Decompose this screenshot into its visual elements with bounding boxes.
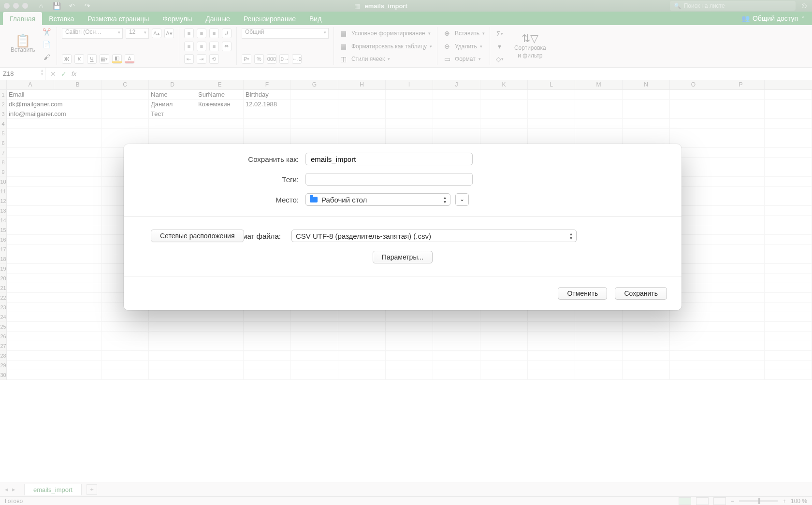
- cell[interactable]: [386, 361, 433, 370]
- col-header[interactable]: J: [433, 80, 480, 89]
- decrease-indent-icon[interactable]: ⇤: [184, 54, 194, 64]
- bold-icon[interactable]: Ж: [62, 54, 72, 64]
- cell[interactable]: [765, 167, 812, 176]
- cell[interactable]: [528, 332, 575, 341]
- cell[interactable]: [7, 206, 102, 215]
- cancel-formula-icon[interactable]: ✕: [50, 70, 56, 78]
- cell[interactable]: [149, 322, 196, 331]
- cell[interactable]: [102, 332, 149, 341]
- cell[interactable]: [623, 100, 670, 109]
- sort-filter-button[interactable]: ⇅▽ Сортировка и фильтр: [511, 32, 549, 61]
- col-header[interactable]: D: [149, 80, 196, 89]
- format-as-table-button[interactable]: Форматировать как таблицу: [351, 43, 427, 50]
- cell[interactable]: [291, 119, 338, 128]
- cell[interactable]: [623, 351, 670, 360]
- cell[interactable]: [765, 148, 812, 157]
- cell[interactable]: [7, 216, 102, 225]
- cell[interactable]: [765, 196, 812, 205]
- cell[interactable]: [717, 119, 765, 128]
- cell[interactable]: [149, 341, 196, 350]
- cell[interactable]: [623, 312, 670, 321]
- cell[interactable]: [196, 322, 244, 331]
- row-header[interactable]: 30: [0, 370, 6, 380]
- cell[interactable]: [717, 370, 765, 379]
- row-header[interactable]: 19: [0, 264, 6, 274]
- cell[interactable]: [291, 100, 338, 109]
- cell[interactable]: [7, 167, 102, 176]
- cell[interactable]: [623, 341, 670, 350]
- cell[interactable]: [7, 312, 102, 321]
- cell[interactable]: [338, 370, 386, 379]
- cell[interactable]: [528, 341, 575, 350]
- tab-view[interactable]: Вид: [303, 12, 328, 25]
- row-header[interactable]: 25: [0, 322, 6, 332]
- row-header[interactable]: 17: [0, 245, 6, 254]
- cell[interactable]: [670, 129, 717, 138]
- cell[interactable]: [623, 370, 670, 379]
- cell[interactable]: [480, 332, 528, 341]
- cell[interactable]: [765, 264, 812, 273]
- cell[interactable]: [765, 206, 812, 215]
- cell[interactable]: [717, 225, 765, 234]
- cell[interactable]: [717, 245, 765, 254]
- sheet-next-icon[interactable]: ▸: [10, 486, 17, 493]
- cell[interactable]: [670, 109, 717, 118]
- cell[interactable]: [528, 361, 575, 370]
- cell[interactable]: [291, 332, 338, 341]
- tab-page-layout[interactable]: Разметка страницы: [81, 12, 156, 25]
- close-window-icon[interactable]: [4, 3, 10, 9]
- orientation-icon[interactable]: ⟲: [209, 54, 219, 64]
- cell[interactable]: [717, 264, 765, 273]
- cell[interactable]: [7, 177, 102, 186]
- cell[interactable]: [575, 119, 623, 128]
- cell[interactable]: [7, 235, 102, 244]
- cell[interactable]: [386, 100, 433, 109]
- row-header[interactable]: 7: [0, 148, 6, 158]
- cell[interactable]: [670, 312, 717, 321]
- increase-font-icon[interactable]: A▴: [152, 29, 161, 38]
- cell[interactable]: [149, 119, 196, 128]
- row-header[interactable]: 28: [0, 351, 6, 361]
- cell[interactable]: [149, 351, 196, 360]
- cell[interactable]: [623, 361, 670, 370]
- cell[interactable]: [7, 119, 102, 128]
- zoom-out-icon[interactable]: −: [731, 498, 734, 505]
- col-header[interactable]: F: [244, 80, 291, 89]
- cell[interactable]: [102, 312, 149, 321]
- cell[interactable]: Email: [7, 90, 102, 99]
- currency-icon[interactable]: ₽▾: [242, 54, 251, 64]
- cell[interactable]: [575, 90, 623, 99]
- cell[interactable]: [196, 341, 244, 350]
- cell[interactable]: [196, 332, 244, 341]
- cell[interactable]: [765, 341, 812, 350]
- cell[interactable]: [244, 109, 291, 118]
- cell[interactable]: [575, 109, 623, 118]
- cell[interactable]: [149, 332, 196, 341]
- cell[interactable]: [7, 245, 102, 254]
- cell[interactable]: [765, 361, 812, 370]
- cell[interactable]: [765, 312, 812, 321]
- row-header[interactable]: 11: [0, 187, 6, 196]
- cell[interactable]: [765, 158, 812, 167]
- cell[interactable]: [244, 361, 291, 370]
- cell[interactable]: [765, 351, 812, 360]
- cell[interactable]: [765, 332, 812, 341]
- cell[interactable]: [338, 332, 386, 341]
- cell[interactable]: [244, 322, 291, 331]
- cell[interactable]: [575, 332, 623, 341]
- cell[interactable]: [338, 119, 386, 128]
- row-header[interactable]: 27: [0, 341, 6, 351]
- cell[interactable]: [433, 312, 480, 321]
- cell[interactable]: [244, 370, 291, 379]
- name-box[interactable]: Z18 ▴▾: [0, 68, 45, 80]
- cell[interactable]: [717, 254, 765, 263]
- row-header[interactable]: 6: [0, 138, 6, 148]
- cell[interactable]: [338, 129, 386, 138]
- cell[interactable]: [528, 119, 575, 128]
- cell[interactable]: [7, 274, 102, 283]
- cell[interactable]: [480, 109, 528, 118]
- expand-locations-button[interactable]: ⌄: [455, 193, 469, 206]
- cell[interactable]: [765, 322, 812, 331]
- cell[interactable]: [196, 119, 244, 128]
- minimize-window-icon[interactable]: [13, 3, 19, 9]
